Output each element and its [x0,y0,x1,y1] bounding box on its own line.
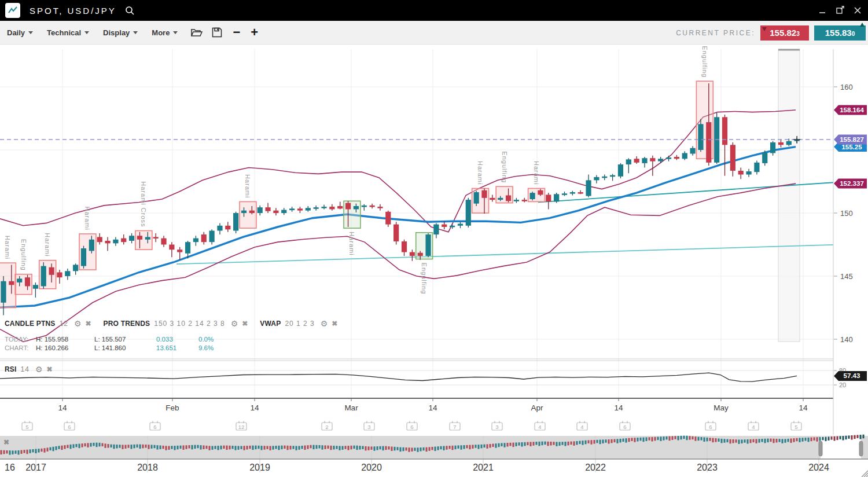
candle-body [169,245,174,250]
rsi-pane [0,373,797,381]
pattern-label: Harami [477,161,484,185]
bid-price-badge[interactable]: 155.823 [760,25,809,41]
pattern-label: Harami Cross [140,181,147,227]
calendar-icon[interactable]: 3 [492,421,502,431]
candle-body [474,192,479,204]
rsi-value-badge: 57.43 [834,371,867,381]
popout-button[interactable] [836,6,845,15]
candle-body [185,242,190,254]
candle-body [297,208,303,210]
close-icon[interactable]: ✖ [85,320,91,328]
candle-body [329,207,334,209]
gear-icon[interactable]: ⚙ [321,319,328,328]
calendar-icon[interactable]: 6 [705,421,716,431]
candle-body [289,208,295,210]
resize-grip-icon[interactable] [862,471,868,477]
candle-body [618,164,623,177]
chevron-down-icon [173,31,178,34]
time-axis: 14Feb14Mar14Apr14May14 [58,398,808,412]
candle-body [402,241,407,252]
navigator-year-label: 2023 [697,463,718,472]
calendar-event-icons[interactable]: 5661223673446645 [22,421,801,431]
svg-text:6: 6 [68,424,71,430]
open-folder-icon[interactable] [190,28,203,38]
svg-text:4: 4 [752,424,755,430]
indicator-candle-ptns: CANDLE PTNS [5,320,56,328]
candle-body [594,177,599,180]
navigator-year-label: 2022 [585,463,606,472]
pattern-box [240,201,256,228]
candle-body [562,193,567,195]
rsi-legend: RSI 14 ⚙ ✖ [5,365,61,374]
candle-body [193,238,198,243]
gear-icon[interactable]: ⚙ [35,365,43,374]
chevron-down-icon [133,31,138,34]
svg-text:14: 14 [58,403,67,412]
candle-body [321,207,326,208]
close-icon[interactable]: ✖ [3,438,9,446]
calendar-icon[interactable]: 4 [577,421,587,431]
close-icon[interactable]: ✖ [332,320,337,328]
candle-body [634,159,639,163]
svg-text:57.43: 57.43 [844,372,860,379]
candle-body [1,281,6,303]
pattern-label: Engulfing [701,46,708,78]
pattern-box [135,231,152,250]
calendar-icon[interactable]: 5 [791,421,801,431]
calendar-icon[interactable]: 4 [535,421,545,431]
navigator-year-label: 16 [5,463,15,472]
navigator-handle[interactable] [859,441,863,456]
save-icon[interactable] [212,27,222,38]
navigator-year-label: 2024 [808,463,829,472]
candle-body [674,157,679,159]
candle-body [113,240,118,244]
more-menu[interactable]: More [148,26,181,39]
chart-canvas[interactable]: HaramiEngulfingHaramiHaramiHarami CrossH… [0,45,868,477]
calendar-icon[interactable]: 2 [322,421,332,431]
candle-body [762,152,767,163]
close-icon[interactable] [853,6,862,15]
svg-text:5: 5 [25,424,28,430]
candle-body [281,210,286,213]
svg-text:14: 14 [799,403,808,412]
gear-icon[interactable]: ⚙ [74,319,82,328]
candle-body [121,238,126,243]
interval-menu[interactable]: Daily [3,26,36,39]
svg-text:158.164: 158.164 [840,107,864,113]
candle-body [450,226,455,228]
calendar-icon[interactable]: 6 [407,421,417,431]
calendar-icon[interactable]: 6 [150,421,160,431]
candle-body [530,193,535,199]
candle-body [241,211,247,213]
candle-body [738,171,744,175]
svg-text:Apr: Apr [531,403,543,412]
zoom-in-button[interactable]: + [251,26,258,39]
title-bar: SPOT, USD/JPY [0,0,868,21]
calendar-icon[interactable]: 4 [748,421,759,431]
calendar-icon[interactable]: 5 [22,421,32,431]
range-navigator[interactable]: 1620172018201920202021202220232024✖ [0,435,868,477]
calendar-icon[interactable]: 12 [236,421,247,431]
candle-body [514,200,519,201]
svg-text:4: 4 [580,424,583,430]
calendar-icon[interactable]: 3 [364,421,374,431]
display-menu[interactable]: Display [100,26,141,39]
close-icon[interactable]: ✖ [47,365,53,373]
search-icon[interactable] [124,5,135,16]
candle-body [506,195,511,201]
navigator-handle[interactable] [819,441,822,456]
ask-price-badge[interactable]: 155.830 [814,25,866,41]
calendar-icon[interactable]: 6 [620,421,630,431]
close-icon[interactable]: ✖ [242,320,248,328]
gear-icon[interactable]: ⚙ [231,319,238,328]
candle-body [385,212,391,225]
candle-body [746,171,751,174]
zoom-out-button[interactable]: − [233,26,240,39]
chevron-down-icon [84,31,89,34]
calendar-icon[interactable]: 6 [64,421,75,431]
chart-stats-row: CHART:H: 160.266L: 141.86013.6519.6% [5,344,227,353]
minimize-button[interactable] [818,6,827,15]
technical-menu[interactable]: Technical [43,26,93,39]
svg-text:14: 14 [614,403,623,412]
calendar-icon[interactable]: 7 [450,421,460,431]
